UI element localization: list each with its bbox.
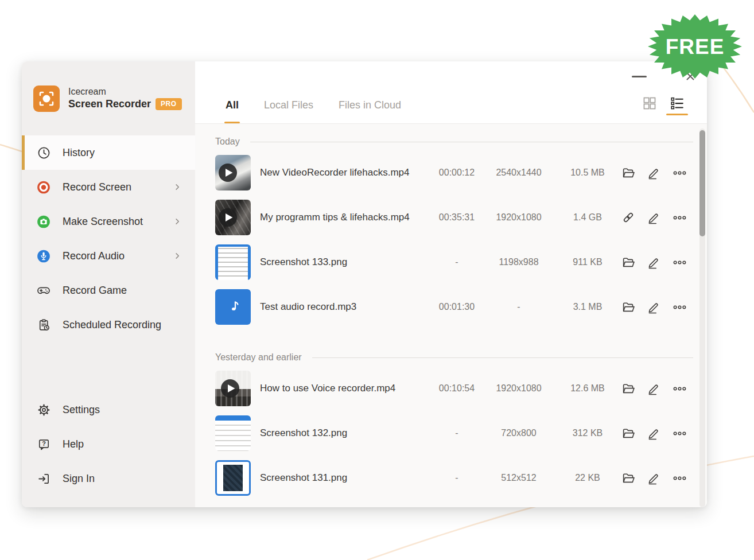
file-resolution: 1920x1080: [481, 212, 556, 223]
row-actions: [619, 379, 689, 398]
sidebar-item-label: Sign In: [63, 473, 95, 485]
file-row[interactable]: Screenshot 132.png - 720x800 312 KB: [195, 411, 707, 456]
sidebar-item-make-screenshot[interactable]: Make Screenshot: [22, 204, 195, 239]
file-row[interactable]: Test audio record.mp3 00:01:30 - 3.1 MB: [195, 285, 707, 329]
grid-view-button[interactable]: [642, 96, 657, 115]
open-folder-button[interactable]: [619, 379, 638, 398]
file-thumbnail[interactable]: [215, 371, 251, 406]
view-toggles: [642, 96, 685, 115]
edit-name-button[interactable]: [645, 209, 663, 227]
sidebar-item-label: Settings: [63, 404, 100, 416]
file-resolution: 1198x988: [481, 257, 556, 267]
chevron-right-icon: [172, 251, 182, 261]
sidebar-item-help[interactable]: ? Help: [22, 427, 195, 461]
more-options-button[interactable]: [670, 208, 689, 227]
more-options-button[interactable]: [670, 379, 689, 398]
file-thumbnail[interactable]: [215, 200, 251, 235]
more-options-button[interactable]: [670, 253, 689, 272]
edit-name-button[interactable]: [645, 425, 663, 442]
sidebar-item-label: History: [63, 147, 95, 159]
section-title: Yesterday and earlier: [215, 352, 302, 363]
list-view-button[interactable]: [670, 96, 685, 115]
open-folder-button[interactable]: [619, 424, 638, 442]
file-row[interactable]: How to use Voice recorder.mp4 00:10:54 1…: [195, 366, 707, 411]
tab-local-files[interactable]: Local Files: [264, 99, 313, 123]
file-duration: 00:35:31: [432, 212, 481, 223]
sidebar-item-record-screen[interactable]: Record Screen: [22, 170, 195, 204]
clipboard-clock-icon: [36, 317, 51, 332]
file-thumbnail[interactable]: [215, 415, 251, 451]
row-actions: [619, 253, 689, 272]
file-resolution: 720x800: [481, 428, 556, 438]
file-thumbnail[interactable]: [215, 155, 251, 190]
file-row[interactable]: My programm tips & lifehacks.mp4 00:35:3…: [195, 195, 707, 240]
file-thumbnail[interactable]: [215, 244, 251, 280]
open-folder-button[interactable]: [619, 469, 638, 487]
sidebar-item-scheduled-recording[interactable]: Scheduled Recording: [22, 308, 195, 342]
brand-line1: Icecream: [68, 86, 182, 98]
content-header: All Local Files Files in Cloud: [195, 61, 707, 124]
file-duration: -: [432, 257, 481, 267]
sidebar-item-label: Record Game: [63, 285, 127, 297]
sidebar-item-label: Record Screen: [63, 181, 131, 193]
edit-name-button[interactable]: [645, 254, 663, 271]
sidebar-item-record-audio[interactable]: Record Audio: [22, 239, 195, 273]
more-options-button[interactable]: [670, 164, 689, 182]
sidebar-item-record-game[interactable]: Record Game: [22, 273, 195, 308]
open-folder-button[interactable]: [619, 298, 638, 316]
open-folder-button[interactable]: [619, 164, 638, 182]
tab-files-in-cloud[interactable]: Files in Cloud: [339, 99, 401, 123]
file-size: 1.4 GB: [556, 212, 619, 223]
sidebar-item-history[interactable]: History: [22, 135, 195, 170]
edit-name-button[interactable]: [645, 298, 663, 316]
file-row[interactable]: Screenshot 133.png - 1198x988 911 KB: [195, 240, 707, 285]
more-options-button[interactable]: [670, 424, 689, 443]
edit-name-button[interactable]: [645, 380, 663, 398]
chevron-right-icon: [172, 216, 182, 227]
sidebar-item-label: Record Audio: [63, 250, 125, 262]
sidebar-item-settings[interactable]: Settings: [22, 392, 195, 427]
file-duration: 00:01:30: [432, 302, 481, 312]
scrollbar[interactable]: [699, 129, 705, 507]
copy-link-button[interactable]: [619, 208, 638, 227]
more-options-button[interactable]: [670, 469, 689, 488]
camera-icon: [36, 214, 51, 229]
file-thumbnail[interactable]: [215, 289, 251, 325]
file-resolution: 1920x1080: [481, 383, 556, 394]
pro-badge: PRO: [156, 98, 182, 110]
section-header-yesterday: Yesterday and earlier: [215, 349, 693, 366]
file-row[interactable]: New VideoRecorder lifehacks.mp4 00:00:12…: [195, 150, 707, 195]
file-name: My programm tips & lifehacks.mp4: [260, 212, 432, 223]
scrollbar-thumb[interactable]: [699, 130, 705, 236]
sidebar-item-sign-in[interactable]: Sign In: [22, 461, 195, 496]
tab-all[interactable]: All: [226, 99, 239, 123]
file-resolution: -: [481, 302, 556, 312]
edit-name-button[interactable]: [645, 164, 663, 182]
more-options-button[interactable]: [670, 298, 689, 317]
sidebar-item-label: Scheduled Recording: [63, 319, 161, 331]
edit-name-button[interactable]: [645, 469, 663, 487]
file-row[interactable]: Screenshot 131.png - 512x512 22 KB: [195, 456, 707, 500]
play-icon[interactable]: [218, 208, 238, 227]
file-filter-tabs: All Local Files Files in Cloud: [226, 99, 401, 123]
gamepad-icon: [36, 283, 51, 298]
minimize-button[interactable]: [632, 76, 647, 77]
sidebar-item-label: Make Screenshot: [63, 216, 143, 228]
file-thumbnail[interactable]: [215, 460, 251, 496]
section-title: Today: [215, 137, 240, 147]
svg-text:?: ?: [42, 440, 46, 446]
content-area: All Local Files Files in Cloud: [195, 61, 707, 507]
row-actions: [619, 164, 689, 182]
file-name: Test audio record.mp3: [260, 301, 432, 313]
play-icon[interactable]: [218, 163, 238, 182]
row-actions: [619, 424, 689, 443]
app-window: Icecream Screen RecorderPRO History: [22, 61, 707, 507]
music-note-icon: [224, 298, 242, 316]
sidebar-main-group: History Record Screen: [22, 135, 195, 342]
app-brand: Icecream Screen RecorderPRO: [22, 61, 195, 125]
app-logo-icon: [33, 85, 60, 112]
file-duration: 00:00:12: [432, 168, 481, 178]
play-icon[interactable]: [220, 379, 240, 398]
file-list: Today New VideoRecorder lifehacks.mp4 00…: [195, 124, 707, 507]
open-folder-button[interactable]: [619, 253, 638, 271]
